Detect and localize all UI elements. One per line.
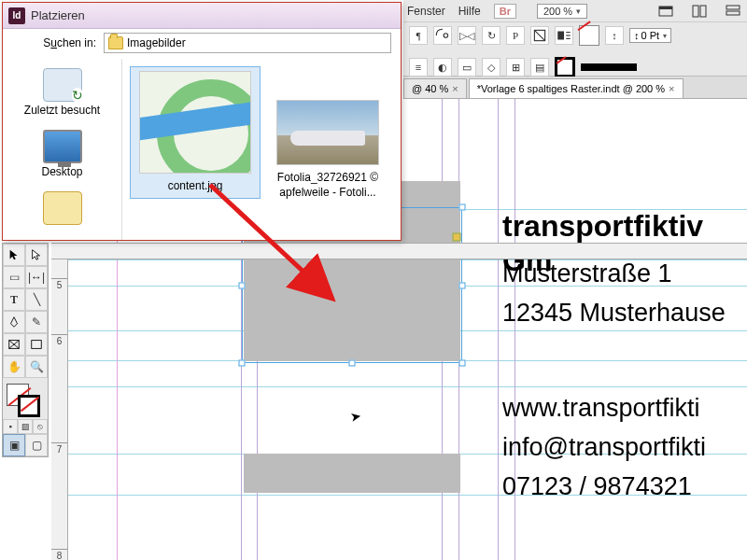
apply-none[interactable]: ⦸ — [33, 419, 48, 434]
folder-name: Imagebilder — [127, 36, 186, 49]
city-line: 12345 Musterhause — [502, 299, 726, 328]
line-tool[interactable]: ╲ — [25, 288, 48, 311]
distribute-icon[interactable]: ⊞ — [506, 58, 525, 77]
place-folder[interactable] — [39, 188, 86, 229]
file-item[interactable]: content.jpg — [130, 66, 261, 199]
toolbox: ▭ |↔| T ╲ ✎ ✋ 🔍 ▪ ▨ ⦸ ▣ ▢ — [2, 243, 49, 457]
thumbnail-map — [139, 71, 251, 174]
fill-stroke-swatch[interactable] — [3, 382, 48, 419]
direct-selection-tool[interactable] — [25, 244, 48, 266]
svg-rect-3 — [700, 6, 706, 17]
file-name: content.jpg — [134, 179, 256, 194]
thumbnail-plane — [276, 100, 379, 165]
zoom-tool[interactable]: 🔍 — [25, 356, 48, 378]
control-bar: ¶ ▷◁ ↻ P ↕ ↕0 Pt ≡ ◐ ▭ ◇ ⊞ ▤ — [403, 22, 747, 77]
email-line: info@transportfikti — [502, 433, 706, 462]
tab-label: *Vorlage 6 spaltiges Raster.indt @ 200 % — [477, 83, 665, 94]
pathfinder-icon[interactable]: ◐ — [433, 58, 452, 77]
folder-dropdown[interactable]: Imagebilder — [104, 33, 391, 53]
char-style-icon[interactable]: ¶ — [409, 26, 428, 45]
fill-swatch[interactable] — [579, 25, 599, 46]
indesign-icon: Id — [8, 7, 25, 24]
place-label: Desktop — [41, 165, 82, 178]
file-item[interactable]: Fotolia_32726921 © apfelweile - Fotoli..… — [272, 100, 384, 200]
bridge-button[interactable]: Br — [494, 4, 516, 19]
svg-rect-2 — [693, 6, 698, 17]
page-tool[interactable]: ▭ — [3, 266, 25, 288]
place-recent[interactable]: Zuletzt besucht — [21, 64, 104, 120]
arrange-docs-icon[interactable] — [689, 3, 710, 20]
flip-h-icon[interactable]: ▷◁ — [458, 26, 476, 45]
menu-bar: Fenster Hilfe Br 200 % — [403, 0, 747, 22]
corner-options-icon[interactable] — [433, 26, 452, 45]
path-type-icon[interactable]: P — [506, 26, 525, 45]
menu-hilfe[interactable]: Hilfe — [458, 5, 481, 18]
place-label: Zuletzt besucht — [24, 104, 100, 117]
folder-icon — [108, 36, 123, 49]
rectangle-frame-tool[interactable] — [3, 333, 25, 356]
svg-rect-1 — [659, 7, 672, 9]
menu-fenster[interactable]: Fenster — [407, 5, 445, 18]
rectangle-tool[interactable] — [25, 333, 48, 356]
document-tab[interactable]: @ 40 % × — [403, 78, 467, 98]
type-tool[interactable]: T — [3, 288, 25, 311]
svg-rect-5 — [726, 11, 740, 15]
dialog-title: Platzieren — [31, 8, 85, 22]
file-list: content.jpg Fotolia_32726921 © apfelweil… — [122, 59, 401, 240]
mouse-cursor: ➤ — [349, 408, 363, 425]
place-desktop[interactable]: Desktop — [37, 126, 86, 182]
phone-line: 07123 / 9874321 — [502, 472, 692, 501]
close-icon[interactable]: × — [452, 83, 458, 94]
content-grabber[interactable] — [453, 233, 461, 242]
document-tabs: @ 40 % × *Vorlage 6 spaltiges Raster.ind… — [403, 77, 747, 99]
workspace-icon[interactable] — [723, 3, 743, 20]
close-icon[interactable]: × — [669, 83, 674, 94]
pen-tool[interactable] — [3, 311, 25, 333]
gap-tool[interactable]: |↔| — [25, 266, 48, 288]
screen-mode-icon[interactable] — [655, 3, 676, 20]
svg-point-6 — [444, 34, 448, 38]
recent-icon — [43, 68, 82, 102]
convert-icon[interactable]: ◇ — [482, 58, 500, 77]
align-icon[interactable]: ≡ — [409, 58, 428, 77]
ruler-vertical: 5 6 7 8 — [51, 259, 68, 560]
apply-gradient[interactable]: ▨ — [18, 419, 33, 434]
dialog-titlebar[interactable]: Id Platzieren — [3, 3, 401, 29]
stroke-weight-field[interactable]: ↕0 Pt — [629, 28, 671, 43]
textwrap-icon[interactable] — [555, 26, 573, 45]
stroke-color[interactable] — [18, 395, 40, 417]
preview-mode[interactable]: ▢ — [25, 434, 48, 456]
folder-icon — [43, 191, 82, 225]
place-dialog: Id Platzieren Suchen in: Imagebilder Zul… — [2, 2, 402, 241]
normal-view-mode[interactable]: ▣ — [3, 434, 25, 456]
stroke-style-dropdown[interactable] — [581, 63, 637, 71]
hand-tool[interactable]: ✋ — [3, 356, 25, 378]
tab-label: @ 40 % — [412, 83, 448, 94]
wrap-right-icon[interactable]: ▤ — [530, 58, 549, 77]
stroke-swatch[interactable] — [555, 57, 575, 77]
apply-color[interactable]: ▪ — [3, 419, 18, 434]
effects-icon[interactable] — [530, 26, 549, 45]
desktop-icon — [43, 130, 82, 163]
selection-tool[interactable] — [3, 244, 25, 266]
ruler-horizontal — [51, 243, 747, 259]
web-line: www.transportfikti — [502, 394, 700, 423]
svg-rect-16 — [32, 341, 42, 349]
shape-icon[interactable]: ▭ — [458, 58, 476, 77]
places-sidebar: Zuletzt besucht Desktop — [3, 59, 122, 240]
rotate-icon[interactable]: ↻ — [482, 26, 500, 45]
svg-rect-9 — [557, 32, 564, 40]
gap-icon[interactable]: ↕ — [605, 26, 624, 45]
document-tab[interactable]: *Vorlage 6 spaltiges Raster.indt @ 200 %… — [469, 78, 684, 98]
svg-line-8 — [534, 30, 544, 40]
svg-rect-4 — [726, 6, 740, 9]
street-line: Musterstraße 1 — [502, 259, 672, 288]
pencil-tool[interactable]: ✎ — [25, 311, 48, 333]
zoom-level-dropdown[interactable]: 200 % — [537, 4, 587, 19]
image-frame[interactable] — [244, 454, 460, 493]
search-in-label: Suchen in: — [12, 36, 96, 49]
file-name: Fotolia_32726921 © apfelweile - Fotoli..… — [272, 171, 384, 200]
